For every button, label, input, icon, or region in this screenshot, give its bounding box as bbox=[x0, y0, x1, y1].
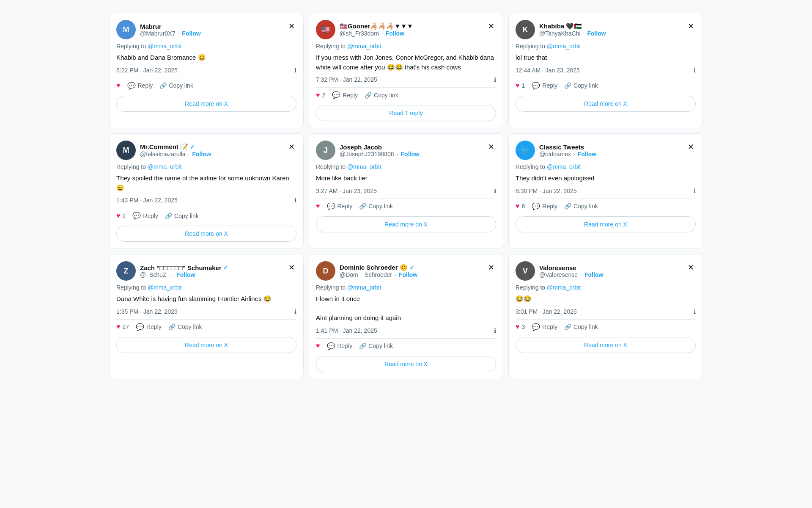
follow-button[interactable]: Follow bbox=[192, 151, 211, 157]
like-count: 27 bbox=[123, 323, 129, 330]
follow-button[interactable]: Follow bbox=[386, 30, 404, 37]
replying-to-handle[interactable]: @mma_orbit bbox=[347, 284, 381, 291]
link-icon: 🔗 bbox=[165, 213, 172, 219]
like-button[interactable]: ♥ bbox=[316, 342, 320, 350]
tweet-time: 8:30 PM · Jan 22, 2025ℹ bbox=[516, 188, 696, 194]
tweet-actions: ♥💬Reply🔗Copy link bbox=[316, 338, 496, 350]
follow-button[interactable]: Follow bbox=[578, 151, 596, 157]
copy-link-label: Copy link bbox=[573, 323, 598, 330]
verified-badge: ✓ bbox=[409, 264, 414, 271]
copy-link-button[interactable]: 🔗Copy link bbox=[359, 342, 393, 349]
heart-icon: ♥ bbox=[316, 202, 320, 210]
info-icon[interactable]: ℹ bbox=[694, 67, 696, 74]
display-name: Joseph Jacob bbox=[340, 144, 420, 151]
like-count: 3 bbox=[522, 323, 525, 330]
read-more-button[interactable]: Read more on X bbox=[316, 356, 496, 372]
user-info: Dominic Schroeder 😊✓@Dom__Schroeder·Foll… bbox=[340, 264, 417, 278]
follow-button[interactable]: Follow bbox=[584, 271, 603, 278]
username-row: @Mabrur0X7·Follow bbox=[140, 30, 201, 37]
replying-to-handle[interactable]: @mma_orbit bbox=[148, 43, 181, 50]
reply-button[interactable]: 💬Reply bbox=[132, 212, 158, 220]
copy-link-button[interactable]: 🔗Copy link bbox=[168, 323, 202, 330]
replying-to-handle[interactable]: @mma_orbit bbox=[148, 284, 181, 291]
like-count: 2 bbox=[322, 92, 326, 99]
reply-button[interactable]: 💬Reply bbox=[532, 323, 557, 331]
info-icon[interactable]: ℹ bbox=[494, 327, 496, 334]
reply-button[interactable]: 💬Reply bbox=[332, 91, 358, 99]
like-button[interactable]: ♥27 bbox=[116, 323, 129, 331]
info-icon[interactable]: ℹ bbox=[294, 67, 296, 74]
follow-button[interactable]: Follow bbox=[182, 30, 200, 37]
replying-to: Replying to @mma_orbit bbox=[516, 284, 696, 291]
tweet-actions: ♥2💬Reply🔗Copy link bbox=[316, 87, 496, 99]
x-icon[interactable]: ✕ bbox=[486, 261, 496, 274]
info-icon[interactable]: ℹ bbox=[694, 308, 696, 315]
reply-button[interactable]: 💬Reply bbox=[327, 342, 353, 350]
read-more-button[interactable]: Read more on X bbox=[116, 96, 296, 112]
replying-to-handle[interactable]: @mma_orbit bbox=[547, 43, 581, 50]
reply-icon: 💬 bbox=[532, 202, 540, 210]
reply-button[interactable]: 💬Reply bbox=[127, 82, 153, 90]
copy-link-button[interactable]: 🔗Copy link bbox=[564, 203, 598, 210]
read-more-button[interactable]: Read more on X bbox=[116, 226, 296, 242]
x-icon[interactable]: ✕ bbox=[686, 20, 696, 33]
follow-button[interactable]: Follow bbox=[399, 271, 417, 278]
tweet-actions: ♥27💬Reply🔗Copy link bbox=[116, 319, 296, 331]
read-more-button[interactable]: Read more on X bbox=[316, 216, 496, 232]
like-button[interactable]: ♥6 bbox=[516, 202, 525, 210]
tweet-actions: ♥1💬Reply🔗Copy link bbox=[516, 78, 696, 90]
info-icon[interactable]: ℹ bbox=[494, 76, 496, 83]
copy-link-button[interactable]: 🔗Copy link bbox=[165, 213, 199, 219]
like-button[interactable]: ♥ bbox=[316, 202, 320, 210]
replying-to-handle[interactable]: @mma_orbit bbox=[547, 284, 581, 291]
replying-to-handle[interactable]: @mma_orbit bbox=[347, 43, 381, 50]
x-icon[interactable]: ✕ bbox=[486, 141, 496, 153]
like-button[interactable]: ♥3 bbox=[516, 323, 525, 331]
info-icon[interactable]: ℹ bbox=[294, 308, 296, 315]
like-button[interactable]: ♥2 bbox=[316, 91, 325, 99]
info-icon[interactable]: ℹ bbox=[494, 188, 496, 194]
replying-to-handle[interactable]: @mma_orbit bbox=[547, 163, 581, 170]
tweet-header: DDominic Schroeder 😊✓@Dom__Schroeder·Fol… bbox=[316, 261, 496, 281]
replying-to-handle[interactable]: @mma_orbit bbox=[148, 163, 181, 170]
tweet-card: JJoseph Jacob@JosephJ23190808·Follow✕Rep… bbox=[309, 133, 503, 249]
copy-link-button[interactable]: 🔗Copy link bbox=[564, 82, 598, 89]
read-more-button[interactable]: Read more on X bbox=[516, 216, 696, 232]
link-icon: 🔗 bbox=[564, 203, 571, 210]
verified-badge: ✓ bbox=[223, 264, 228, 271]
copy-link-button[interactable]: 🔗Copy link bbox=[365, 92, 398, 99]
read-more-button[interactable]: Read more on X bbox=[516, 337, 696, 353]
x-icon[interactable]: ✕ bbox=[287, 141, 296, 153]
like-button[interactable]: ♥1 bbox=[516, 82, 525, 89]
reply-button[interactable]: 💬Reply bbox=[532, 82, 557, 90]
info-icon[interactable]: ℹ bbox=[694, 188, 696, 194]
follow-button[interactable]: Follow bbox=[401, 151, 420, 157]
x-icon[interactable]: ✕ bbox=[287, 261, 296, 274]
tweet-header-left: ZZach "□□□□□□" Schumaker✓@_SchuZ_·Follow bbox=[116, 261, 228, 281]
x-icon[interactable]: ✕ bbox=[287, 20, 296, 33]
reply-button[interactable]: 💬Reply bbox=[136, 323, 162, 331]
timestamp: 12:44 AM · Jan 23, 2025 bbox=[516, 67, 580, 74]
copy-link-button[interactable]: 🔗Copy link bbox=[564, 323, 598, 330]
reply-button[interactable]: 💬Reply bbox=[532, 202, 557, 210]
x-icon[interactable]: ✕ bbox=[686, 261, 696, 274]
reply-label: Reply bbox=[146, 323, 162, 330]
follow-button[interactable]: Follow bbox=[587, 30, 606, 37]
read-more-button[interactable]: Read more on X bbox=[116, 337, 296, 353]
like-button[interactable]: ♥ bbox=[116, 82, 121, 89]
follow-button[interactable]: Follow bbox=[176, 271, 195, 278]
x-icon[interactable]: ✕ bbox=[686, 141, 696, 153]
copy-link-button[interactable]: 🔗Copy link bbox=[159, 82, 193, 89]
username-row: @felsaknazarulla·Follow bbox=[140, 151, 211, 157]
display-name: Classic Tweets bbox=[539, 144, 596, 151]
replying-to-handle[interactable]: @mma_orbit bbox=[347, 163, 381, 170]
read-more-button[interactable]: Read more on X bbox=[516, 96, 696, 112]
info-icon[interactable]: ℹ bbox=[294, 197, 296, 204]
read-more-button[interactable]: Read 1 reply bbox=[316, 105, 496, 121]
link-icon: 🔗 bbox=[564, 82, 571, 89]
x-icon[interactable]: ✕ bbox=[486, 20, 496, 33]
reply-label: Reply bbox=[542, 203, 557, 210]
copy-link-button[interactable]: 🔗Copy link bbox=[359, 203, 393, 210]
reply-button[interactable]: 💬Reply bbox=[327, 202, 353, 210]
like-button[interactable]: ♥2 bbox=[116, 212, 126, 220]
